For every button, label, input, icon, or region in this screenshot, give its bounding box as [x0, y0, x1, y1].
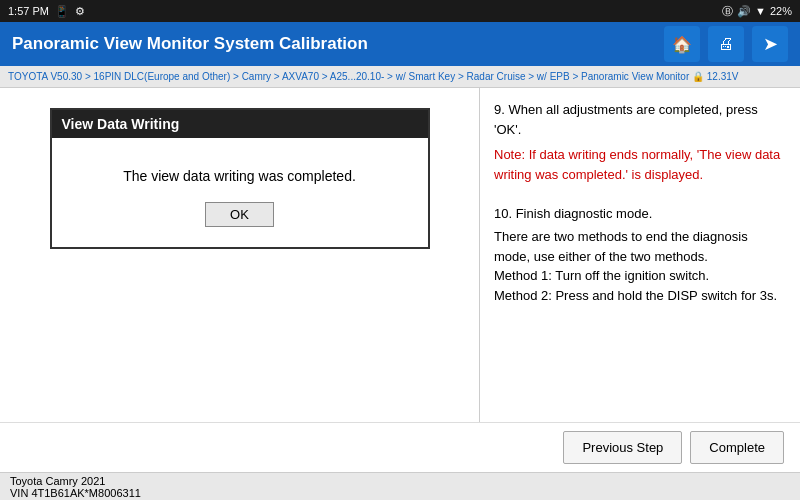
status-bar: 1:57 PM 📱 ⚙ Ⓑ 🔊 ▼ 22% [0, 0, 800, 22]
dialog-ok-button[interactable]: OK [205, 202, 274, 227]
main-content: View Data Writing The view data writing … [0, 88, 800, 422]
home-button[interactable]: 🏠 [664, 26, 700, 62]
step10-header: 10. Finish diagnostic mode. [494, 204, 786, 224]
footer-info: Toyota Camry 2021 VIN 4T1B61AK*M8006311 [10, 475, 141, 499]
print-button[interactable]: 🖨 [708, 26, 744, 62]
device-icon: 📱 [55, 5, 69, 18]
page-title: Panoramic View Monitor System Calibratio… [12, 34, 368, 54]
exit-button[interactable]: ➤ [752, 26, 788, 62]
right-panel: 9. When all adjustments are completed, p… [480, 88, 800, 422]
dialog-title: View Data Writing [52, 110, 428, 138]
footer-line2: VIN 4T1B61AK*M8006311 [10, 487, 141, 499]
action-row: Previous Step Complete [0, 422, 800, 472]
time-display: 1:57 PM [8, 5, 49, 17]
status-time: 1:57 PM 📱 ⚙ [8, 5, 85, 18]
settings-icon: ⚙ [75, 5, 85, 18]
bluetooth-icon: Ⓑ [722, 4, 733, 19]
footer: Toyota Camry 2021 VIN 4T1B61AK*M8006311 [0, 472, 800, 500]
step9-note: Note: If data writing ends normally, 'Th… [494, 145, 786, 184]
step10-body: There are two methods to end the diagnos… [494, 227, 786, 305]
battery-display: 22% [770, 5, 792, 17]
status-icons: Ⓑ 🔊 ▼ 22% [722, 4, 792, 19]
volume-icon: 🔊 [737, 5, 751, 18]
view-data-writing-dialog: View Data Writing The view data writing … [50, 108, 430, 249]
breadcrumb: TOYOTA V50.30 > 16PIN DLC(Europe and Oth… [0, 66, 800, 88]
title-icon-group: 🏠 🖨 ➤ [664, 26, 788, 62]
dialog-body: The view data writing was completed. OK [52, 138, 428, 247]
step9-header: 9. When all adjustments are completed, p… [494, 100, 786, 139]
previous-step-button[interactable]: Previous Step [563, 431, 682, 464]
dialog-message: The view data writing was completed. [123, 168, 356, 184]
complete-button[interactable]: Complete [690, 431, 784, 464]
title-bar: Panoramic View Monitor System Calibratio… [0, 22, 800, 66]
signal-icon: ▼ [755, 5, 766, 17]
left-panel: View Data Writing The view data writing … [0, 88, 480, 422]
footer-line1: Toyota Camry 2021 [10, 475, 141, 487]
breadcrumb-text: TOYOTA V50.30 > 16PIN DLC(Europe and Oth… [8, 71, 739, 82]
